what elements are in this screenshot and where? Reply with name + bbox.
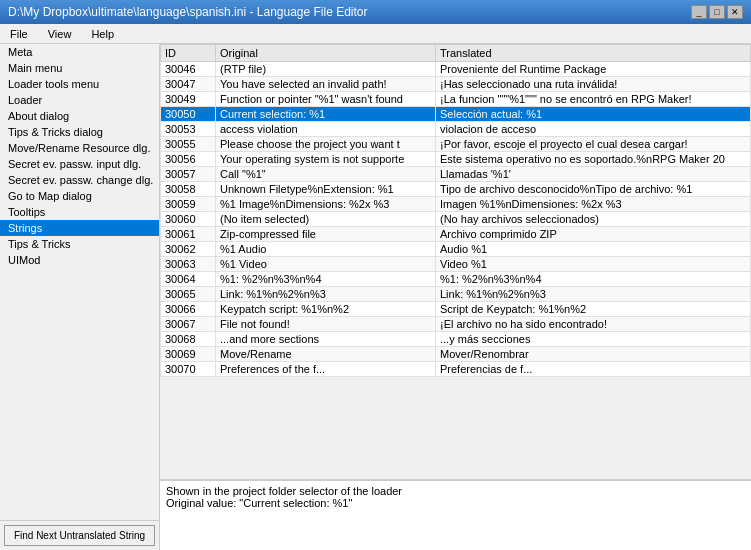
cell-original: access violation [216, 122, 436, 137]
menu-item-view[interactable]: View [42, 27, 78, 41]
cell-id: 30061 [161, 227, 216, 242]
menu-item-help[interactable]: Help [85, 27, 120, 41]
info-panel: Shown in the project folder selector of … [160, 480, 751, 550]
col-id: ID [161, 45, 216, 62]
table-row[interactable]: 30059%1 Image%nDimensions: %2x %3Imagen … [161, 197, 751, 212]
cell-translated: ...y más secciones [436, 332, 751, 347]
cell-translated: ¡Por favor, escoje el proyecto el cual d… [436, 137, 751, 152]
table-row[interactable]: 30058Unknown Filetype%nExtension: %1Tipo… [161, 182, 751, 197]
sidebar-item-loader-tools-menu[interactable]: Loader tools menu [0, 76, 159, 92]
sidebar-item-secret-ev-passw-input[interactable]: Secret ev. passw. input dlg. [0, 156, 159, 172]
cell-original: Unknown Filetype%nExtension: %1 [216, 182, 436, 197]
cell-id: 30066 [161, 302, 216, 317]
table-row[interactable]: 30053access violationviolacion de acceso [161, 122, 751, 137]
info-line1: Shown in the project folder selector of … [166, 485, 745, 497]
table-container[interactable]: ID Original Translated 30046(RTP file)Pr… [160, 44, 751, 480]
table-row[interactable]: 30065Link: %1%n%2%n%3Link: %1%n%2%n%3 [161, 287, 751, 302]
cell-original: Link: %1%n%2%n%3 [216, 287, 436, 302]
cell-id: 30053 [161, 122, 216, 137]
cell-original: Move/Rename [216, 347, 436, 362]
cell-original: Zip-compressed file [216, 227, 436, 242]
cell-original: %1 Video [216, 257, 436, 272]
cell-translated: Selección actual: %1 [436, 107, 751, 122]
cell-id: 30063 [161, 257, 216, 272]
sidebar-item-move-rename[interactable]: Move/Rename Resource dlg. [0, 140, 159, 156]
sidebar-item-go-to-map[interactable]: Go to Map dialog [0, 188, 159, 204]
cell-translated: Tipo de archivo desconocido%nTipo de arc… [436, 182, 751, 197]
table-row[interactable]: 30067File not found!¡El archivo no ha si… [161, 317, 751, 332]
table-row[interactable]: 30049Function or pointer "%1" wasn't fou… [161, 92, 751, 107]
menu-item-file[interactable]: File [4, 27, 34, 41]
table-row[interactable]: 30061Zip-compressed fileArchivo comprimi… [161, 227, 751, 242]
cell-translated: %1: %2%n%3%n%4 [436, 272, 751, 287]
table-row[interactable]: 30064%1: %2%n%3%n%4%1: %2%n%3%n%4 [161, 272, 751, 287]
cell-original: Current selection: %1 [216, 107, 436, 122]
content-area: ID Original Translated 30046(RTP file)Pr… [160, 44, 751, 550]
cell-id: 30058 [161, 182, 216, 197]
cell-original: You have selected an invalid path! [216, 77, 436, 92]
sidebar-item-tips-tricks-dialog[interactable]: Tips & Tricks dialog [0, 124, 159, 140]
find-next-button[interactable]: Find Next Untranslated String [4, 525, 155, 546]
cell-id: 30064 [161, 272, 216, 287]
table-row[interactable]: 30055Please choose the project you want … [161, 137, 751, 152]
cell-translated: Preferencias de f... [436, 362, 751, 377]
cell-translated: Proveniente del Runtime Package [436, 62, 751, 77]
cell-id: 30067 [161, 317, 216, 332]
cell-id: 30055 [161, 137, 216, 152]
cell-translated: Llamadas '%1' [436, 167, 751, 182]
cell-translated: (No hay archivos seleccionados) [436, 212, 751, 227]
cell-original: File not found! [216, 317, 436, 332]
minimize-button[interactable]: _ [691, 5, 707, 19]
table-row[interactable]: 30046(RTP file)Proveniente del Runtime P… [161, 62, 751, 77]
cell-id: 30062 [161, 242, 216, 257]
sidebar-item-main-menu[interactable]: Main menu [0, 60, 159, 76]
sidebar-item-meta[interactable]: Meta [0, 44, 159, 60]
sidebar-item-uimod[interactable]: UIMod [0, 252, 159, 268]
table-row[interactable]: 30063%1 VideoVideo %1 [161, 257, 751, 272]
close-button[interactable]: ✕ [727, 5, 743, 19]
table-row[interactable]: 30068...and more sections...y más seccio… [161, 332, 751, 347]
cell-id: 30047 [161, 77, 216, 92]
cell-id: 30056 [161, 152, 216, 167]
table-row[interactable]: 30070Preferences of the f...Preferencias… [161, 362, 751, 377]
sidebar-bottom: Find Next Untranslated String [0, 520, 159, 550]
table-row[interactable]: 30062%1 AudioAudio %1 [161, 242, 751, 257]
cell-translated: ¡La funcion """%1""" no se encontró en R… [436, 92, 751, 107]
cell-translated: Link: %1%n%2%n%3 [436, 287, 751, 302]
title-bar: D:\My Dropbox\ultimate\language\spanish.… [0, 0, 751, 24]
cell-translated: ¡El archivo no ha sido encontrado! [436, 317, 751, 332]
menu-bar: FileViewHelp [0, 24, 751, 44]
cell-original: ...and more sections [216, 332, 436, 347]
cell-translated: violacion de acceso [436, 122, 751, 137]
sidebar-item-about-dialog[interactable]: About dialog [0, 108, 159, 124]
cell-id: 30059 [161, 197, 216, 212]
cell-original: Preferences of the f... [216, 362, 436, 377]
cell-id: 30060 [161, 212, 216, 227]
table-row[interactable]: 30057Call "%1"Llamadas '%1' [161, 167, 751, 182]
cell-original: (No item selected) [216, 212, 436, 227]
table-row[interactable]: 30050Current selection: %1Selección actu… [161, 107, 751, 122]
cell-original: Function or pointer "%1" wasn't found [216, 92, 436, 107]
window-title: D:\My Dropbox\ultimate\language\spanish.… [8, 5, 368, 19]
sidebar-item-secret-ev-passw-change[interactable]: Secret ev. passw. change dlg. [0, 172, 159, 188]
sidebar-items: MetaMain menuLoader tools menuLoaderAbou… [0, 44, 159, 520]
table-row[interactable]: 30060(No item selected)(No hay archivos … [161, 212, 751, 227]
sidebar-item-strings[interactable]: Strings [0, 220, 159, 236]
cell-id: 30049 [161, 92, 216, 107]
cell-id: 30046 [161, 62, 216, 77]
cell-translated: Archivo comprimido ZIP [436, 227, 751, 242]
col-original: Original [216, 45, 436, 62]
table-row[interactable]: 30066Keypatch script: %1%n%2Script de Ke… [161, 302, 751, 317]
cell-translated: Este sistema operativo no es soportado.%… [436, 152, 751, 167]
cell-original: %1 Image%nDimensions: %2x %3 [216, 197, 436, 212]
cell-id: 30050 [161, 107, 216, 122]
sidebar-item-tips-tricks[interactable]: Tips & Tricks [0, 236, 159, 252]
maximize-button[interactable]: □ [709, 5, 725, 19]
cell-id: 30070 [161, 362, 216, 377]
table-row[interactable]: 30047You have selected an invalid path!¡… [161, 77, 751, 92]
window-controls: _ □ ✕ [691, 5, 743, 19]
sidebar-item-loader[interactable]: Loader [0, 92, 159, 108]
sidebar-item-tooltips[interactable]: Tooltips [0, 204, 159, 220]
table-row[interactable]: 30056Your operating system is not suppor… [161, 152, 751, 167]
table-row[interactable]: 30069Move/RenameMover/Renombrar [161, 347, 751, 362]
